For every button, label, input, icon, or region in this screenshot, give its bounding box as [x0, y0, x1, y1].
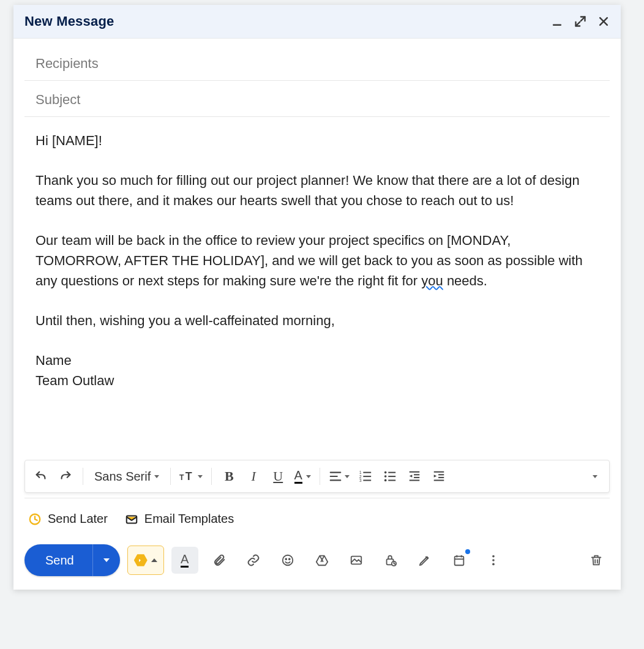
- recipients-placeholder: Recipients: [36, 56, 99, 71]
- text-color-dropdown[interactable]: A: [290, 464, 315, 489]
- send-split-button: Send: [24, 544, 120, 576]
- formatting-toolbar: Sans Serif TT B I U A 123: [24, 460, 610, 493]
- svg-point-35: [285, 558, 286, 560]
- svg-text:T: T: [185, 470, 192, 482]
- compose-titlebar: New Message: [13, 5, 621, 39]
- body-paragraph-2: Our team will be back in the office to r…: [36, 230, 599, 291]
- font-family-dropdown[interactable]: Sans Serif: [88, 464, 165, 489]
- insert-drive-file-button[interactable]: [309, 547, 335, 574]
- svg-marker-31: [434, 475, 437, 478]
- confidential-mode-button[interactable]: [377, 547, 404, 574]
- svg-rect-14: [364, 476, 372, 477]
- indent-decrease-button[interactable]: [402, 464, 427, 489]
- svg-text:T: T: [179, 473, 184, 482]
- chevron-down-icon: [306, 475, 311, 478]
- chevron-down-icon: [103, 558, 110, 562]
- insert-image-button[interactable]: [343, 547, 370, 574]
- svg-point-16: [384, 471, 387, 474]
- more-formatting-dropdown[interactable]: [581, 464, 605, 489]
- svg-point-34: [282, 555, 293, 566]
- svg-rect-19: [389, 472, 396, 473]
- subject-field[interactable]: Subject: [24, 81, 610, 117]
- font-family-label: Sans Serif: [94, 470, 151, 484]
- lock-clock-icon: [384, 553, 397, 567]
- recipients-field[interactable]: Recipients: [24, 39, 610, 81]
- discard-draft-button[interactable]: [583, 547, 610, 574]
- compose-window: New Message Recipients Subject Hi [NAME]…: [13, 5, 621, 590]
- undo-button[interactable]: [29, 464, 53, 489]
- trash-icon: [590, 553, 603, 567]
- svg-marker-26: [410, 475, 413, 478]
- close-icon[interactable]: [596, 14, 611, 29]
- send-label: Send: [45, 553, 74, 568]
- plugin-chip[interactable]: [127, 546, 164, 575]
- svg-text:3: 3: [359, 478, 362, 482]
- schedule-button[interactable]: [446, 547, 473, 574]
- notification-dot: [465, 549, 470, 554]
- send-options-dropdown[interactable]: [93, 544, 120, 576]
- bold-button[interactable]: B: [217, 464, 241, 489]
- numbered-list-button[interactable]: 123: [353, 464, 378, 489]
- attach-file-button[interactable]: [206, 547, 233, 574]
- compose-action-bar: Send A: [13, 533, 621, 590]
- chevron-up-icon: [151, 558, 157, 562]
- insert-link-button[interactable]: [240, 547, 267, 574]
- svg-point-18: [384, 479, 387, 482]
- expand-icon[interactable]: [573, 14, 588, 29]
- send-later-label: Send Later: [48, 512, 108, 526]
- more-options-button[interactable]: [480, 547, 507, 574]
- email-templates-button[interactable]: Email Templates: [125, 512, 234, 526]
- svg-point-17: [384, 475, 387, 478]
- pen-icon: [418, 553, 432, 567]
- insert-emoji-button[interactable]: [274, 547, 301, 574]
- more-vert-icon: [487, 553, 500, 567]
- bulleted-list-button[interactable]: [378, 464, 402, 489]
- link-icon: [246, 553, 261, 567]
- insert-signature-button[interactable]: [411, 547, 438, 574]
- clock-icon: [28, 512, 42, 526]
- svg-rect-22: [410, 471, 420, 473]
- chevron-down-icon: [198, 475, 203, 478]
- svg-rect-21: [389, 480, 396, 481]
- signature-name: Name: [36, 350, 599, 370]
- minimize-icon[interactable]: [550, 14, 564, 29]
- chevron-down-icon: [154, 475, 159, 478]
- body-greeting: Hi [NAME]!: [36, 130, 599, 151]
- svg-rect-29: [438, 477, 444, 478]
- svg-rect-27: [434, 471, 444, 473]
- window-controls: [550, 14, 611, 29]
- send-later-button[interactable]: Send Later: [28, 512, 108, 526]
- spellcheck-word[interactable]: you: [421, 273, 443, 288]
- formatting-toggle-button[interactable]: A: [171, 547, 198, 574]
- italic-button[interactable]: I: [241, 464, 266, 489]
- send-button[interactable]: Send: [24, 544, 93, 576]
- chevron-down-icon: [593, 475, 597, 478]
- image-icon: [350, 553, 363, 567]
- body-paragraph-1: Thank you so much for filling out our pr…: [36, 170, 599, 211]
- svg-rect-30: [434, 480, 444, 481]
- plugin-hexagon-icon: [134, 553, 148, 567]
- mail-template-icon: [125, 512, 138, 526]
- paperclip-icon: [212, 553, 226, 567]
- signature-team: Team Outlaw: [36, 370, 599, 391]
- email-templates-label: Email Templates: [144, 512, 234, 526]
- emoji-icon: [281, 553, 294, 567]
- compose-body[interactable]: Hi [NAME]! Thank you so much for filling…: [24, 117, 610, 460]
- redo-button[interactable]: [53, 464, 78, 489]
- body-closing: Until then, wishing you a well-caffeinat…: [36, 310, 599, 331]
- svg-rect-23: [414, 474, 419, 475]
- svg-rect-44: [454, 557, 463, 566]
- font-size-dropdown[interactable]: TT: [176, 464, 206, 489]
- chevron-down-icon: [345, 475, 350, 478]
- svg-rect-24: [414, 477, 419, 478]
- align-dropdown[interactable]: [325, 464, 353, 489]
- calendar-icon: [452, 553, 466, 567]
- svg-point-49: [492, 559, 495, 561]
- indent-increase-button[interactable]: [427, 464, 451, 489]
- subject-placeholder: Subject: [36, 92, 80, 107]
- svg-rect-20: [389, 476, 396, 477]
- svg-point-48: [492, 555, 495, 558]
- underline-button[interactable]: U: [266, 464, 290, 489]
- svg-rect-15: [364, 480, 372, 481]
- svg-point-50: [492, 563, 495, 566]
